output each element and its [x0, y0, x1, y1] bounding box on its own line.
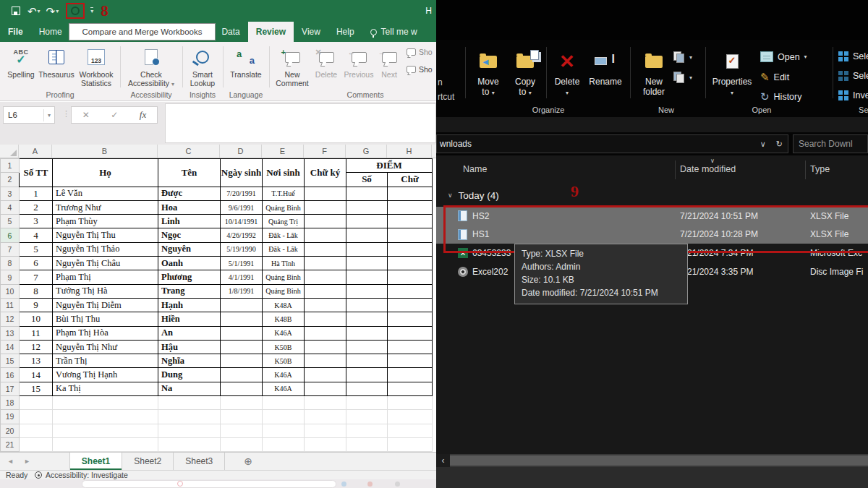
- cell[interactable]: [305, 354, 346, 368]
- cell[interactable]: [53, 410, 158, 424]
- cell[interactable]: [305, 298, 346, 312]
- cell[interactable]: Ka Thị: [53, 382, 158, 395]
- cell[interactable]: [388, 410, 433, 424]
- cell[interactable]: Trần Thị: [53, 354, 158, 368]
- cell[interactable]: K46A: [263, 368, 305, 382]
- cell[interactable]: 10: [20, 312, 53, 326]
- cell[interactable]: Họ: [53, 159, 158, 187]
- check-accessibility-button[interactable]: Check Accessibility ▾: [124, 46, 178, 89]
- horizontal-scrollbar[interactable]: ‹: [436, 454, 868, 467]
- cell[interactable]: [221, 298, 263, 312]
- cell[interactable]: T.T.Huế: [263, 187, 305, 200]
- address-box[interactable]: wnloads ∨ ↻: [436, 134, 788, 153]
- cell[interactable]: 18: [1, 396, 20, 410]
- cell[interactable]: Tưởng Thị Hà: [53, 284, 158, 298]
- cell[interactable]: [346, 437, 388, 451]
- cell[interactable]: [346, 187, 388, 200]
- cell[interactable]: Linh: [158, 215, 221, 228]
- cell[interactable]: [221, 354, 263, 368]
- edit-button[interactable]: ✎ Edit: [760, 71, 789, 84]
- cell[interactable]: [388, 354, 433, 368]
- cell[interactable]: Trang: [158, 284, 221, 298]
- cell[interactable]: 6: [1, 228, 20, 242]
- cell[interactable]: Hà Tĩnh: [263, 257, 305, 270]
- cell[interactable]: 14: [1, 340, 20, 354]
- status-accessibility[interactable]: Accessibility: Investigate: [46, 471, 128, 479]
- spelling-button[interactable]: ABC✓ Spelling: [4, 46, 38, 79]
- show-changes-button[interactable]: Sho: [407, 48, 433, 56]
- cell[interactable]: [221, 326, 263, 340]
- cell[interactable]: [305, 382, 346, 395]
- cell[interactable]: [20, 424, 53, 437]
- cell[interactable]: An: [158, 326, 221, 340]
- cell[interactable]: [346, 382, 388, 395]
- redo-dropdown-icon[interactable]: ▾: [56, 8, 59, 14]
- cell[interactable]: [158, 410, 221, 424]
- cell[interactable]: [388, 228, 433, 242]
- column-header-B[interactable]: B: [52, 145, 158, 158]
- delete-comment-button[interactable]: ✕ Delete: [311, 46, 341, 79]
- cell[interactable]: Đăk - Lăk: [263, 242, 305, 256]
- cell[interactable]: [346, 340, 388, 354]
- new-item-button[interactable]: ▾: [673, 51, 692, 63]
- cell[interactable]: [346, 228, 388, 242]
- show-comments-button[interactable]: Sho: [407, 65, 433, 74]
- cell[interactable]: 7/20/1991: [221, 187, 263, 200]
- tab-review[interactable]: Review: [248, 22, 294, 42]
- cell[interactable]: Na: [158, 382, 221, 395]
- cell[interactable]: Số: [346, 173, 388, 187]
- cell[interactable]: Nơi sinh: [263, 159, 305, 187]
- tab-view[interactable]: View: [294, 22, 328, 42]
- tab-tell-me-w[interactable]: Tell me w: [362, 22, 425, 42]
- cell[interactable]: Hoa: [158, 200, 221, 214]
- cell[interactable]: 5/1/1991: [221, 257, 263, 270]
- cell[interactable]: Nguyễn Thị Như: [53, 340, 158, 354]
- cell[interactable]: 1: [1, 159, 20, 173]
- cell[interactable]: Bùi Thị Thu: [53, 312, 158, 326]
- name-box-caret-icon[interactable]: ▾: [43, 109, 54, 121]
- cell[interactable]: K50B: [263, 354, 305, 368]
- cell[interactable]: [20, 396, 53, 410]
- cell[interactable]: Tên: [158, 159, 221, 187]
- cell[interactable]: [305, 257, 346, 270]
- copy-to-button[interactable]: Copyto ▾: [509, 48, 542, 98]
- cell[interactable]: Đăk - Lăk: [263, 228, 305, 242]
- cell[interactable]: 10/14/1991: [221, 215, 263, 228]
- cell[interactable]: [388, 424, 433, 437]
- cell[interactable]: 15: [1, 354, 20, 368]
- cell[interactable]: 9/6/1991: [221, 200, 263, 214]
- cell[interactable]: [158, 424, 221, 437]
- column-header-A[interactable]: A: [19, 145, 52, 158]
- cell[interactable]: [305, 270, 346, 284]
- next-comment-button[interactable]: → Next: [376, 46, 402, 79]
- cell[interactable]: Phương: [158, 270, 221, 284]
- cell[interactable]: [221, 424, 263, 437]
- column-header-F[interactable]: F: [304, 145, 346, 158]
- undo-icon[interactable]: ↶: [27, 6, 37, 17]
- cell[interactable]: 9: [1, 270, 20, 284]
- qat-customize-icon[interactable]: ▾: [90, 7, 93, 14]
- cell[interactable]: 11: [20, 326, 53, 340]
- delete-button[interactable]: ✕ Delete▾: [550, 48, 584, 98]
- cell[interactable]: [346, 242, 388, 256]
- column-type[interactable]: Type: [810, 164, 830, 174]
- cell[interactable]: [388, 257, 433, 270]
- cell[interactable]: 7: [1, 242, 20, 256]
- column-name[interactable]: Name: [463, 164, 487, 174]
- properties-button[interactable]: Properties▾: [711, 48, 753, 98]
- cell[interactable]: [388, 187, 433, 200]
- tab-file[interactable]: File: [0, 22, 31, 42]
- cell[interactable]: [20, 410, 53, 424]
- cell[interactable]: Phạm Thị: [53, 270, 158, 284]
- cell[interactable]: [388, 368, 433, 382]
- cell[interactable]: [305, 410, 346, 424]
- cell[interactable]: Vương Thị Hạnh: [53, 368, 158, 382]
- cell[interactable]: [388, 298, 433, 312]
- cell[interactable]: [53, 424, 158, 437]
- sheet-tab-sheet2[interactable]: Sheet2: [122, 453, 174, 470]
- column-header-G[interactable]: G: [346, 145, 387, 158]
- cell[interactable]: [221, 437, 263, 451]
- cell[interactable]: 5: [1, 215, 20, 228]
- cell[interactable]: [305, 200, 346, 214]
- cell[interactable]: [20, 437, 53, 451]
